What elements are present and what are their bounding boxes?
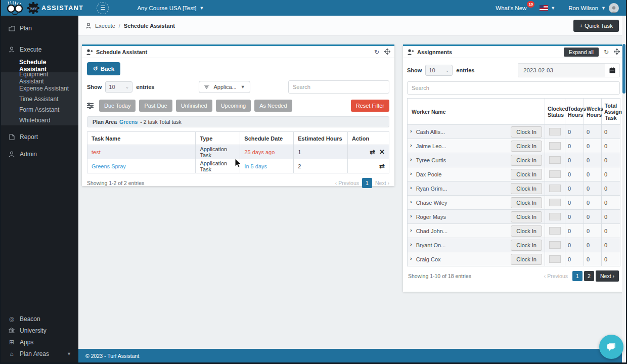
sidebar-subitem-time-assistant[interactable]: Time Assistant: [1, 94, 78, 104]
clock-in-button[interactable]: Clock In: [511, 169, 542, 180]
worker-row: ›Jaime Leo...Clock In000: [408, 139, 620, 153]
sidebar-subitem-equipment-assistant[interactable]: Equipment Assistant: [1, 72, 78, 83]
gear-turf-icon: TURF: [27, 2, 39, 14]
expand-row-icon[interactable]: ›: [410, 255, 412, 261]
page-1-button[interactable]: 1: [362, 178, 372, 188]
expand-row-icon[interactable]: ›: [410, 185, 412, 191]
sidebar-item-admin[interactable]: Admin: [1, 147, 78, 162]
expand-row-icon[interactable]: ›: [410, 199, 412, 205]
quick-task-button[interactable]: + Quick Task: [573, 20, 619, 32]
remove-task-icon[interactable]: ✕: [379, 148, 385, 156]
plan-area-link[interactable]: Greens: [119, 119, 138, 125]
expand-row-icon[interactable]: ›: [410, 213, 412, 219]
sidebar-item-execute[interactable]: Execute: [1, 42, 78, 57]
whats-new-link[interactable]: What's New 10: [496, 5, 526, 11]
sidebar-item-beacon[interactable]: ◎ Beacon: [1, 313, 78, 325]
scrollbar-thumb[interactable]: [622, 44, 625, 94]
refresh-icon[interactable]: ↻: [604, 49, 609, 55]
sidebar-item-plan[interactable]: Plan: [1, 21, 78, 36]
expand-row-icon[interactable]: ›: [410, 156, 412, 162]
filter-button-past-due[interactable]: Past Due: [139, 100, 172, 112]
sidebar-item-label: Expense Assistant: [19, 85, 69, 92]
page-size-select[interactable]: 10 ⌄: [105, 81, 132, 93]
back-button[interactable]: ↺ Back: [87, 62, 120, 75]
total-assign-task: 0: [602, 181, 620, 196]
expand-all-button[interactable]: Expand all: [564, 48, 599, 57]
person-plus-icon: [407, 49, 414, 55]
beacon-icon: ◎: [8, 315, 15, 323]
clock-in-button[interactable]: Clock In: [511, 225, 542, 237]
sidebar-item-report[interactable]: Report: [1, 129, 78, 145]
brand-logo: TURF ASSISTANT: [1, 1, 83, 15]
clock-in-button[interactable]: Clock In: [511, 155, 542, 166]
sidebar-item-apps[interactable]: ⊞ Apps: [1, 336, 78, 348]
expand-row-icon[interactable]: ›: [410, 170, 412, 176]
task-type-filter-select[interactable]: Applica... ▼: [199, 81, 250, 93]
sidebar-subitem-whiteboard[interactable]: Whiteboard: [1, 115, 78, 125]
worker-row: ›Cash Allis...Clock In000: [408, 125, 620, 139]
expand-row-icon[interactable]: ›: [410, 128, 412, 134]
sidebar-subitem-form-assistant[interactable]: Form Assistant: [1, 104, 78, 115]
next-page-button[interactable]: Next ›: [375, 180, 389, 186]
chat-bubble-icon: [606, 341, 617, 352]
previous-page-button[interactable]: ‹ Previous: [544, 273, 568, 279]
schedule-search-input[interactable]: [288, 80, 389, 94]
avatar[interactable]: [609, 3, 619, 13]
calendar-icon: [609, 67, 615, 73]
move-panel-icon[interactable]: [384, 49, 390, 56]
page-size-select[interactable]: 10 ⌄: [425, 65, 453, 76]
execute-submenu: Equipment AssistantExpense AssistantTime…: [1, 72, 78, 125]
course-selector[interactable]: Any Course USA [Test] ▼: [137, 5, 204, 11]
caret-down-icon: ▼: [241, 84, 245, 89]
task-name-link[interactable]: Greens Spray: [92, 163, 126, 169]
clock-in-button[interactable]: Clock In: [511, 141, 542, 152]
clock-in-button[interactable]: Clock In: [511, 126, 542, 138]
reassign-icon[interactable]: ⇄: [379, 162, 385, 170]
assignments-search-input[interactable]: [407, 81, 620, 95]
schedule-table-footer: Showing 1-2 of 2 entries ‹ Previous 1 Ne…: [82, 173, 394, 188]
sidebar-subitem-expense-assistant[interactable]: Expense Assistant: [1, 83, 78, 94]
filter-button-upcoming[interactable]: Upcoming: [216, 100, 251, 112]
filter-button-as-needed[interactable]: As Needed: [254, 100, 292, 112]
clock-in-button[interactable]: Clock In: [511, 211, 542, 222]
col-total-assign-task: Total Assign Task: [602, 99, 620, 125]
previous-page-button[interactable]: ‹ Previous: [335, 180, 359, 186]
expand-row-icon[interactable]: ›: [410, 142, 412, 148]
expand-row-icon[interactable]: ›: [410, 241, 412, 247]
worker-row: ›Roger MaysClock In000: [408, 210, 620, 224]
reassign-icon[interactable]: ⇄: [370, 148, 375, 156]
clock-in-button[interactable]: Clock In: [511, 254, 542, 265]
next-page-button[interactable]: Next ›: [596, 270, 619, 282]
breadcrumb-bar: Execute / Schedule Assistant + Quick Tas…: [78, 16, 626, 36]
reset-filter-button[interactable]: Reset Filter: [351, 100, 389, 112]
page-1-button[interactable]: 1: [572, 271, 583, 281]
total-assign-task: 0: [602, 153, 620, 167]
refresh-icon[interactable]: ↻: [374, 49, 379, 55]
calendar-button[interactable]: [605, 63, 620, 77]
clocked-status-indicator: [549, 142, 561, 150]
breadcrumb-section[interactable]: Execute: [95, 23, 115, 29]
filter-button-due-today[interactable]: Due Today: [99, 100, 136, 112]
expand-row-icon[interactable]: ›: [410, 227, 412, 233]
task-name-link[interactable]: test: [92, 149, 101, 155]
sidebar-item-plan-areas[interactable]: ⌂ Plan Areas ▼: [1, 348, 78, 359]
sidebar-item-label: Apps: [20, 339, 33, 346]
worker-name: Ryan Grim...: [416, 186, 447, 192]
page-scrollbar[interactable]: [622, 16, 626, 362]
user-menu[interactable]: Ron Wilson ▼: [568, 3, 619, 13]
sidebar-item-university[interactable]: University: [1, 325, 78, 336]
language-selector[interactable]: ▼: [540, 5, 555, 11]
todays-hours: 0: [565, 196, 584, 210]
sidebar-toggle-button[interactable]: ☰: [97, 2, 109, 14]
page-2-button[interactable]: 2: [584, 271, 594, 281]
chevron-down-icon: ▼: [601, 6, 606, 11]
date-input[interactable]: [518, 63, 605, 77]
filter-button-unfinished[interactable]: Unfinished: [176, 100, 212, 112]
move-panel-icon[interactable]: [614, 49, 620, 56]
chat-widget-button[interactable]: [599, 335, 623, 359]
filter-settings-icon[interactable]: [87, 102, 94, 110]
clock-in-button[interactable]: Clock In: [511, 240, 542, 251]
todays-hours: 0: [565, 181, 584, 196]
clock-in-button[interactable]: Clock In: [511, 197, 542, 208]
clock-in-button[interactable]: Clock In: [511, 183, 542, 194]
